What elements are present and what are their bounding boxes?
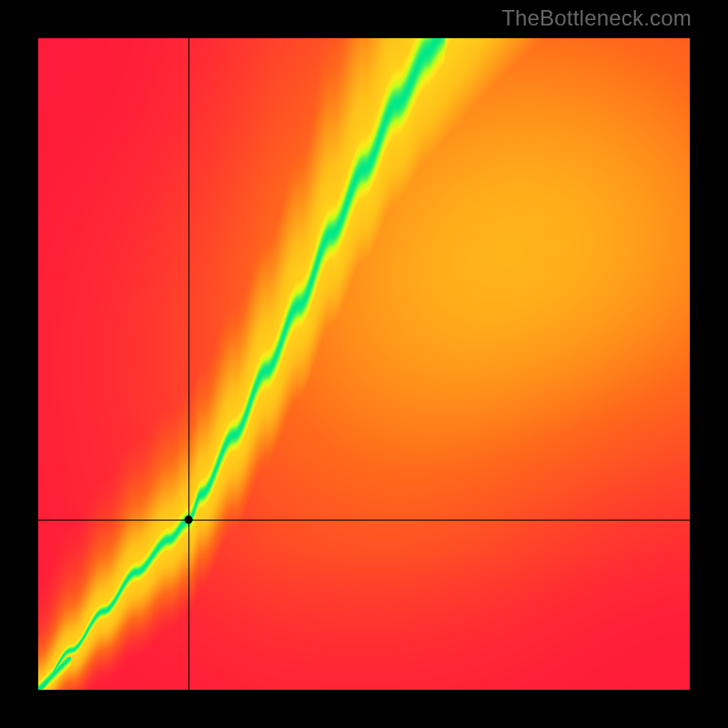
chart-frame: TheBottleneck.com	[0, 0, 728, 728]
watermark-text: TheBottleneck.com	[501, 5, 692, 31]
bottleneck-heatmap	[38, 38, 690, 690]
